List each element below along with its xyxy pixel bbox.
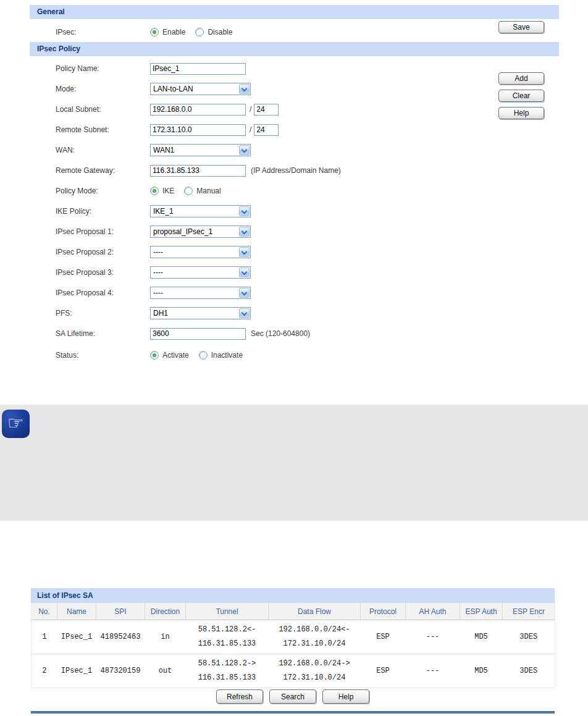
- status-inactivate-radio-label: Inactivate: [211, 351, 243, 360]
- col-header-esp-encr: ESP Encr: [503, 603, 555, 620]
- col-header-tunnel: Tunnel: [186, 603, 269, 620]
- sa-lifetime-input[interactable]: [150, 328, 246, 340]
- cell-protocol: ESP: [361, 654, 406, 688]
- ike-policy-select[interactable]: IKE_1: [150, 205, 251, 217]
- chevron-down-icon: [239, 308, 250, 318]
- policy-mode-ike-radio[interactable]: [150, 187, 159, 195]
- col-header-ah-auth: AH Auth: [406, 603, 460, 620]
- ipsec-sa-section: List of IPsec SA No. Name SPI Direction …: [31, 588, 555, 688]
- ipsec-proposal-4-select[interactable]: ----: [150, 287, 251, 299]
- sa-help-button[interactable]: Help: [322, 689, 369, 704]
- table-row: 2 IPsec_1 487320159 out 58.51.128.2-> 11…: [32, 654, 555, 688]
- cell-spi: 487320159: [96, 654, 145, 688]
- cell-no: 1: [32, 620, 57, 654]
- wan-label: WAN:: [56, 146, 150, 154]
- chevron-down-icon: [239, 288, 250, 298]
- cell-name: IPsec_1: [57, 654, 96, 688]
- refresh-button[interactable]: Refresh: [216, 689, 263, 704]
- chevron-down-icon: [239, 247, 250, 257]
- local-subnet-separator: /: [250, 105, 251, 114]
- policy-name-input[interactable]: [150, 63, 246, 75]
- ike-policy-select-value: IKE_1: [153, 207, 174, 216]
- remote-subnet-mask-input[interactable]: [254, 124, 279, 136]
- cell-protocol: ESP: [361, 620, 406, 654]
- remote-subnet-separator: /: [250, 125, 251, 134]
- pfs-select-value: DH1: [153, 309, 168, 318]
- chevron-down-icon: [239, 227, 250, 237]
- ipsec-proposal-2-select[interactable]: ----: [150, 246, 251, 258]
- remote-subnet-label: Remote Subnet:: [56, 125, 150, 134]
- sa-lifetime-label: SA Lifetime:: [56, 329, 150, 338]
- chevron-down-icon: [239, 145, 250, 155]
- clear-button[interactable]: Clear: [498, 90, 544, 102]
- ipsec-sa-table: No. Name SPI Direction Tunnel Data Flow …: [31, 603, 555, 688]
- ipsec-proposal-4-select-value: ----: [153, 289, 163, 297]
- ipsec-proposal-2-select-value: ----: [153, 248, 163, 256]
- ipsec-proposal-1-label: IPsec Proposal 1:: [56, 227, 150, 236]
- remote-gateway-note: (IP Address/Domain Name): [251, 166, 341, 175]
- local-subnet-ip-input[interactable]: [150, 104, 246, 116]
- policy-mode-manual-radio[interactable]: [184, 187, 193, 195]
- ipsec-proposal-1-select-value: proposal_IPsec_1: [153, 227, 212, 236]
- ipsec-policy-section-header: IPsec Policy: [30, 42, 559, 56]
- table-header-row: No. Name SPI Direction Tunnel Data Flow …: [32, 603, 555, 620]
- cell-tunnel: 58.51.128.2-> 116.31.85.133: [186, 654, 269, 688]
- ipsec-enable-radio-label: Enable: [162, 28, 185, 36]
- pointing-hand-icon: ☞: [2, 410, 30, 438]
- wan-select[interactable]: WAN1: [150, 144, 251, 156]
- cell-esp-auth: MD5: [460, 654, 503, 688]
- cell-name: IPsec_1: [57, 620, 96, 654]
- ipsec-policy-section-title: IPsec Policy: [37, 44, 80, 53]
- local-subnet-label: Local Subnet:: [56, 105, 150, 114]
- sa-table-actions: Refresh Search Help: [31, 689, 555, 704]
- status-activate-radio[interactable]: [150, 351, 159, 360]
- status-inactivate-radio[interactable]: [199, 351, 208, 360]
- status-label: Status:: [56, 351, 150, 360]
- policy-name-label: Policy Name:: [56, 64, 150, 73]
- cell-ah-auth: ---: [406, 654, 460, 688]
- remote-subnet-ip-input[interactable]: [150, 124, 246, 136]
- ipsec-proposal-2-label: IPsec Proposal 2:: [56, 248, 150, 256]
- help-button[interactable]: Help: [498, 107, 544, 119]
- tips-band: ☞: [0, 405, 588, 521]
- sa-table-header-bar: List of IPsec SA: [31, 588, 555, 603]
- mode-select[interactable]: LAN-to-LAN: [150, 83, 251, 95]
- add-button[interactable]: Add: [498, 72, 544, 85]
- cell-esp-encr: 3DES: [503, 620, 555, 654]
- pfs-label: PFS:: [56, 309, 150, 318]
- cell-tunnel: 58.51.128.2<- 116.31.85.133: [186, 620, 269, 654]
- save-button[interactable]: Save: [498, 21, 544, 33]
- cell-no: 2: [32, 654, 57, 688]
- local-subnet-mask-input[interactable]: [254, 104, 279, 116]
- policy-mode-manual-radio-label: Manual: [196, 187, 220, 195]
- cell-spi: 418952463: [96, 620, 145, 654]
- cell-dataflow: 192.168.0.0/24-> 172.31.10.0/24: [269, 654, 361, 688]
- mode-select-value: LAN-to-LAN: [153, 85, 193, 93]
- general-section-header: General: [30, 5, 559, 19]
- remote-gateway-input[interactable]: [150, 165, 246, 177]
- col-header-no: No.: [32, 603, 57, 620]
- sa-lifetime-note: Sec (120-604800): [251, 329, 310, 338]
- ipsec-enable-radio[interactable]: [150, 28, 159, 36]
- mode-label: Mode:: [56, 85, 150, 93]
- col-header-direction: Direction: [145, 603, 186, 620]
- general-section-title: General: [37, 7, 65, 16]
- policy-mode-label: Policy Mode:: [56, 187, 150, 195]
- col-header-dataflow: Data Flow: [269, 603, 361, 620]
- pfs-select[interactable]: DH1: [150, 307, 251, 319]
- ipsec-disable-radio[interactable]: [195, 28, 204, 36]
- cell-direction: out: [145, 654, 186, 688]
- status-activate-radio-label: Activate: [162, 351, 189, 360]
- cell-dataflow: 192.168.0.0/24<- 172.31.10.0/24: [269, 620, 361, 654]
- ipsec-disable-radio-label: Disable: [208, 28, 232, 36]
- cell-ah-auth: ---: [406, 620, 460, 654]
- ipsec-proposal-3-select[interactable]: ----: [150, 266, 251, 279]
- ike-policy-label: IKE Policy:: [56, 207, 150, 216]
- ipsec-proposal-1-select[interactable]: proposal_IPsec_1: [150, 225, 251, 238]
- sa-table-title: List of IPsec SA: [37, 591, 93, 600]
- col-header-name: Name: [57, 603, 96, 620]
- bottom-divider: [31, 711, 555, 714]
- col-header-spi: SPI: [96, 603, 145, 620]
- search-button[interactable]: Search: [269, 689, 316, 704]
- chevron-down-icon: [239, 206, 250, 216]
